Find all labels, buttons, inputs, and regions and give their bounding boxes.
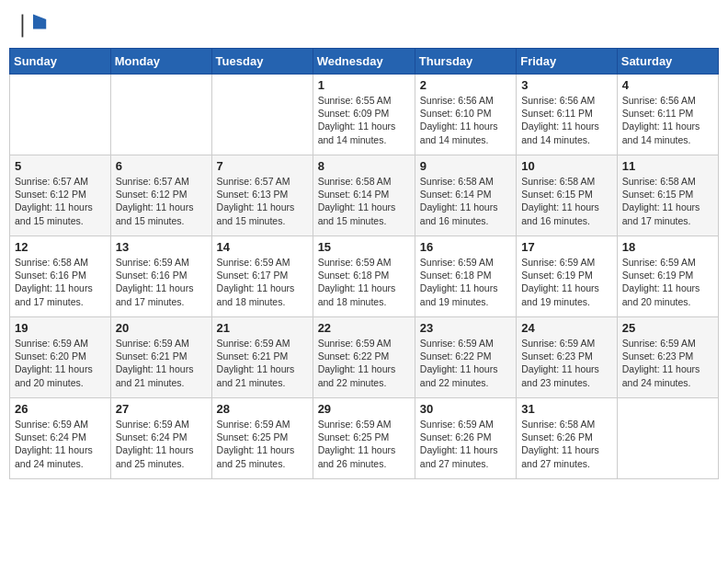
day-info: Sunrise: 6:58 AM Sunset: 6:26 PM Dayligh… <box>521 418 612 470</box>
day-number: 14 <box>217 240 308 254</box>
logo <box>18 11 50 40</box>
calendar-cell: 13Sunrise: 6:59 AM Sunset: 6:16 PM Dayli… <box>110 236 211 317</box>
day-info: Sunrise: 6:59 AM Sunset: 6:24 PM Dayligh… <box>15 418 106 470</box>
day-info: Sunrise: 6:59 AM Sunset: 6:19 PM Dayligh… <box>622 256 713 308</box>
day-info: Sunrise: 6:59 AM Sunset: 6:18 PM Dayligh… <box>420 256 511 308</box>
day-info: Sunrise: 6:58 AM Sunset: 6:14 PM Dayligh… <box>318 175 410 227</box>
day-info: Sunrise: 6:57 AM Sunset: 6:13 PM Dayligh… <box>217 175 308 227</box>
calendar-cell: 19Sunrise: 6:59 AM Sunset: 6:20 PM Dayli… <box>10 317 111 398</box>
calendar-cell <box>10 75 111 155</box>
calendar-cell: 28Sunrise: 6:59 AM Sunset: 6:25 PM Dayli… <box>211 398 313 479</box>
calendar-cell: 5Sunrise: 6:57 AM Sunset: 6:12 PM Daylig… <box>10 155 111 236</box>
day-number: 2 <box>420 78 511 92</box>
calendar-cell <box>211 75 313 155</box>
header-day-wednesday: Wednesday <box>313 49 415 75</box>
day-number: 3 <box>521 78 612 92</box>
day-info: Sunrise: 6:59 AM Sunset: 6:21 PM Dayligh… <box>217 337 308 389</box>
calendar-cell: 1Sunrise: 6:55 AM Sunset: 6:09 PM Daylig… <box>313 75 415 155</box>
day-number: 27 <box>116 402 207 416</box>
day-info: Sunrise: 6:59 AM Sunset: 6:25 PM Dayligh… <box>318 418 410 470</box>
day-number: 10 <box>521 159 612 173</box>
day-number: 4 <box>622 78 713 92</box>
day-info: Sunrise: 6:59 AM Sunset: 6:26 PM Dayligh… <box>420 418 511 470</box>
day-info: Sunrise: 6:58 AM Sunset: 6:14 PM Dayligh… <box>420 175 511 227</box>
day-number: 15 <box>318 240 410 254</box>
calendar-table: SundayMondayTuesdayWednesdayThursdayFrid… <box>9 48 719 479</box>
calendar-cell: 2Sunrise: 6:56 AM Sunset: 6:10 PM Daylig… <box>415 75 516 155</box>
calendar-cell: 25Sunrise: 6:59 AM Sunset: 6:23 PM Dayli… <box>617 317 718 398</box>
header <box>0 0 728 48</box>
week-row-4: 19Sunrise: 6:59 AM Sunset: 6:20 PM Dayli… <box>10 317 719 398</box>
day-number: 13 <box>116 240 207 254</box>
header-row: SundayMondayTuesdayWednesdayThursdayFrid… <box>10 49 719 75</box>
day-info: Sunrise: 6:59 AM Sunset: 6:20 PM Dayligh… <box>15 337 106 389</box>
day-info: Sunrise: 6:59 AM Sunset: 6:18 PM Dayligh… <box>318 256 410 308</box>
day-info: Sunrise: 6:58 AM Sunset: 6:15 PM Dayligh… <box>622 175 713 227</box>
day-number: 11 <box>622 159 713 173</box>
day-info: Sunrise: 6:59 AM Sunset: 6:21 PM Dayligh… <box>116 337 207 389</box>
calendar-cell: 22Sunrise: 6:59 AM Sunset: 6:22 PM Dayli… <box>313 317 415 398</box>
calendar-cell: 11Sunrise: 6:58 AM Sunset: 6:15 PM Dayli… <box>617 155 718 236</box>
calendar-cell: 24Sunrise: 6:59 AM Sunset: 6:23 PM Dayli… <box>517 317 618 398</box>
day-number: 16 <box>420 240 511 254</box>
day-info: Sunrise: 6:56 AM Sunset: 6:11 PM Dayligh… <box>622 94 713 146</box>
day-number: 1 <box>318 78 410 92</box>
svg-rect-2 <box>22 15 24 38</box>
week-row-5: 26Sunrise: 6:59 AM Sunset: 6:24 PM Dayli… <box>10 398 719 479</box>
day-info: Sunrise: 6:57 AM Sunset: 6:12 PM Dayligh… <box>116 175 207 227</box>
day-info: Sunrise: 6:58 AM Sunset: 6:16 PM Dayligh… <box>15 256 106 308</box>
header-day-saturday: Saturday <box>617 49 718 75</box>
day-number: 8 <box>318 159 410 173</box>
day-info: Sunrise: 6:59 AM Sunset: 6:23 PM Dayligh… <box>521 337 612 389</box>
week-row-1: 1Sunrise: 6:55 AM Sunset: 6:09 PM Daylig… <box>10 75 719 155</box>
calendar-cell: 27Sunrise: 6:59 AM Sunset: 6:24 PM Dayli… <box>110 398 211 479</box>
day-info: Sunrise: 6:59 AM Sunset: 6:22 PM Dayligh… <box>420 337 511 389</box>
calendar-cell: 17Sunrise: 6:59 AM Sunset: 6:19 PM Dayli… <box>517 236 618 317</box>
day-number: 28 <box>217 402 308 416</box>
day-info: Sunrise: 6:55 AM Sunset: 6:09 PM Dayligh… <box>318 94 410 146</box>
calendar-cell: 15Sunrise: 6:59 AM Sunset: 6:18 PM Dayli… <box>313 236 415 317</box>
calendar-cell: 30Sunrise: 6:59 AM Sunset: 6:26 PM Dayli… <box>415 398 516 479</box>
calendar-cell: 6Sunrise: 6:57 AM Sunset: 6:12 PM Daylig… <box>110 155 211 236</box>
header-day-thursday: Thursday <box>415 49 516 75</box>
calendar-cell: 29Sunrise: 6:59 AM Sunset: 6:25 PM Dayli… <box>313 398 415 479</box>
day-number: 19 <box>15 321 106 335</box>
header-day-tuesday: Tuesday <box>211 49 313 75</box>
day-number: 30 <box>420 402 511 416</box>
day-info: Sunrise: 6:59 AM Sunset: 6:23 PM Dayligh… <box>622 337 713 389</box>
calendar-cell: 31Sunrise: 6:58 AM Sunset: 6:26 PM Dayli… <box>517 398 618 479</box>
day-info: Sunrise: 6:56 AM Sunset: 6:11 PM Dayligh… <box>521 94 612 146</box>
day-info: Sunrise: 6:59 AM Sunset: 6:16 PM Dayligh… <box>116 256 207 308</box>
day-info: Sunrise: 6:57 AM Sunset: 6:12 PM Dayligh… <box>15 175 106 227</box>
day-number: 24 <box>521 321 612 335</box>
day-info: Sunrise: 6:59 AM Sunset: 6:24 PM Dayligh… <box>116 418 207 470</box>
day-number: 21 <box>217 321 308 335</box>
header-day-friday: Friday <box>517 49 618 75</box>
calendar-container: SundayMondayTuesdayWednesdayThursdayFrid… <box>0 48 728 563</box>
calendar-cell: 8Sunrise: 6:58 AM Sunset: 6:14 PM Daylig… <box>313 155 415 236</box>
calendar-cell: 16Sunrise: 6:59 AM Sunset: 6:18 PM Dayli… <box>415 236 516 317</box>
calendar-cell: 12Sunrise: 6:58 AM Sunset: 6:16 PM Dayli… <box>10 236 111 317</box>
logo-icon <box>18 11 48 40</box>
day-number: 22 <box>318 321 410 335</box>
day-number: 26 <box>15 402 106 416</box>
week-row-2: 5Sunrise: 6:57 AM Sunset: 6:12 PM Daylig… <box>10 155 719 236</box>
day-number: 9 <box>420 159 511 173</box>
day-info: Sunrise: 6:59 AM Sunset: 6:22 PM Dayligh… <box>318 337 410 389</box>
calendar-cell <box>110 75 211 155</box>
day-number: 17 <box>521 240 612 254</box>
day-number: 5 <box>15 159 106 173</box>
calendar-cell: 7Sunrise: 6:57 AM Sunset: 6:13 PM Daylig… <box>211 155 313 236</box>
day-number: 23 <box>420 321 511 335</box>
calendar-header: SundayMondayTuesdayWednesdayThursdayFrid… <box>10 49 719 75</box>
day-number: 31 <box>521 402 612 416</box>
calendar-cell: 10Sunrise: 6:58 AM Sunset: 6:15 PM Dayli… <box>517 155 618 236</box>
calendar-cell: 9Sunrise: 6:58 AM Sunset: 6:14 PM Daylig… <box>415 155 516 236</box>
page: SundayMondayTuesdayWednesdayThursdayFrid… <box>0 0 728 563</box>
calendar-cell: 4Sunrise: 6:56 AM Sunset: 6:11 PM Daylig… <box>617 75 718 155</box>
day-number: 6 <box>116 159 207 173</box>
day-number: 29 <box>318 402 410 416</box>
day-number: 25 <box>622 321 713 335</box>
calendar-cell: 26Sunrise: 6:59 AM Sunset: 6:24 PM Dayli… <box>10 398 111 479</box>
day-info: Sunrise: 6:59 AM Sunset: 6:17 PM Dayligh… <box>217 256 308 308</box>
